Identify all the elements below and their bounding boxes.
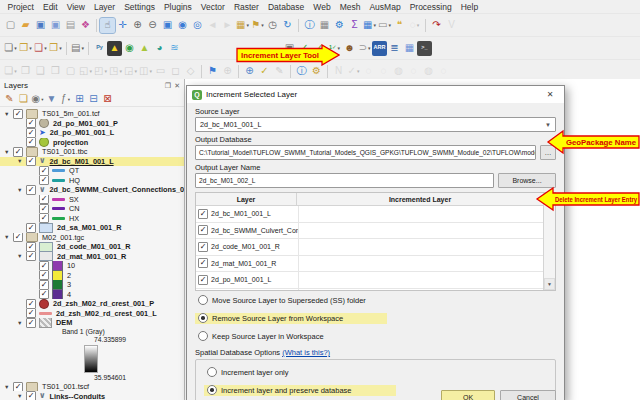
layer-visibility-checkbox[interactable]: ✓ <box>26 309 36 319</box>
menu-edit[interactable]: Edit <box>38 2 62 12</box>
layer-visibility-checkbox[interactable]: ✓ <box>39 290 49 300</box>
table-row[interactable]: ✓2d_mat_M01_001_R <box>196 256 543 273</box>
deselect-icon[interactable]: ◲▾ <box>123 64 138 79</box>
grid-icon[interactable]: ▦ <box>402 41 417 56</box>
map-tips-icon[interactable]: ❝ <box>392 18 407 33</box>
move-feature-icon[interactable]: ◻ <box>168 64 183 79</box>
labels-icon[interactable]: ⚑ <box>205 64 220 79</box>
filter-legend-icon[interactable]: ▼ <box>45 93 58 105</box>
layer-tree-item[interactable]: ✓projection <box>0 138 184 148</box>
menu-project[interactable]: Project <box>3 2 38 12</box>
statistics-icon[interactable]: Σ <box>347 18 362 33</box>
layer-tree-item[interactable]: ✓3 <box>0 280 184 290</box>
expand-arrow-icon[interactable]: ▼ <box>4 384 13 390</box>
identify-features-icon[interactable]: ❏▾ <box>3 64 18 79</box>
radio-button-icon[interactable] <box>207 385 217 395</box>
table-row[interactable]: ✓2d_po_M01_001_P <box>196 289 543 291</box>
remove-layer-icon[interactable]: ❑▾ <box>33 41 48 56</box>
zoom-full-icon[interactable]: ▣ <box>160 18 175 33</box>
radio-option[interactable]: Increment layer and preserve database <box>204 385 396 396</box>
measure-icon[interactable]: ▭▾ <box>377 18 392 33</box>
pin-labels-icon[interactable]: ✎ <box>272 64 287 79</box>
vertex-filter-icon[interactable]: V <box>444 18 459 33</box>
layer-tree-item[interactable]: ▼✓DEM <box>0 318 184 328</box>
paperclip-icon[interactable]: ⊃▾ <box>357 41 372 56</box>
menu-processing[interactable]: Processing <box>405 2 456 12</box>
expand-arrow-icon[interactable]: ▼ <box>4 234 13 240</box>
row-checkbox[interactable]: ✓ <box>198 225 208 235</box>
select-all-icon[interactable]: ▢ <box>63 64 78 79</box>
menu-mesh[interactable]: Mesh <box>335 2 365 12</box>
new-map-view-icon[interactable]: ▦▾ <box>235 18 250 33</box>
layer-visibility-checkbox[interactable]: ✓ <box>39 166 49 176</box>
layer-visibility-checkbox[interactable]: ✓ <box>26 252 36 262</box>
layer-visibility-checkbox[interactable]: ✓ <box>13 233 23 243</box>
open-table-icon[interactable]: ▭ <box>153 64 168 79</box>
radio-option[interactable]: Move Source Layer to Superseded (SS) fol… <box>195 295 369 306</box>
layer-visibility-checkbox[interactable]: ✓ <box>26 299 36 309</box>
layer-tree-item[interactable]: ▼✓M02_001.tgc <box>0 233 184 243</box>
dropdown-arrow-icon[interactable]: ▾ <box>261 22 264 28</box>
menu-raster[interactable]: Raster <box>229 2 263 12</box>
new-project-icon[interactable]: ▢ <box>3 18 18 33</box>
collapse-all-icon[interactable]: ⊟ <box>87 93 100 105</box>
select-rectangle-icon[interactable]: ❐ <box>18 64 33 79</box>
source-layer-combobox[interactable]: 2d_bc_M01_001_L ▼ <box>195 117 556 132</box>
zoom-to-layer-icon[interactable]: ◎ <box>190 18 205 33</box>
table-row[interactable]: ✓2d_bc_SWMM_Culvert_Connecti... <box>196 223 543 240</box>
dropdown-arrow-icon[interactable]: ▾ <box>44 45 47 51</box>
expand-arrow-icon[interactable]: ▼ <box>17 187 26 193</box>
dropdown-arrow-icon[interactable]: ▾ <box>338 45 341 51</box>
expand-arrow-icon[interactable]: ▼ <box>17 320 26 326</box>
layer-note-icon[interactable]: ❒▾ <box>48 41 63 56</box>
dropdown-arrow-icon[interactable]: ▾ <box>41 97 43 102</box>
console-dark-icon[interactable]: >_ <box>417 41 432 56</box>
layer-visibility-checkbox[interactable]: ✓ <box>39 280 49 290</box>
zoom-last-icon[interactable]: ◄ <box>205 18 220 33</box>
layer-visibility-checkbox[interactable]: ✓ <box>39 176 49 186</box>
dropdown-arrow-icon[interactable]: ▾ <box>134 68 137 74</box>
pan-to-selection-icon[interactable]: ✛ <box>115 18 130 33</box>
row-checkbox[interactable]: ✓ <box>198 275 208 285</box>
dropdown-arrow-icon[interactable]: ▾ <box>14 68 17 74</box>
scroll-down-icon[interactable]: ▼ <box>544 278 555 290</box>
digitize-1-icon[interactable]: ◌ <box>361 64 376 79</box>
dropdown-arrow-icon[interactable]: ▾ <box>388 22 391 28</box>
output-layer-name-input[interactable]: 2d_bc_M01_002_L <box>195 173 494 188</box>
menu-vector[interactable]: Vector <box>196 2 229 12</box>
layer-tree-item[interactable]: ✓HQ <box>0 176 184 186</box>
bookmark-icon[interactable]: ⚑▾ <box>250 18 265 33</box>
layer-tree-item[interactable]: ✓2d_sa_M01_001_R <box>0 223 184 233</box>
menu-web[interactable]: Web <box>309 2 335 12</box>
layer-visibility-checkbox[interactable]: ✓ <box>39 271 49 281</box>
compass-icon[interactable]: ◕ <box>152 41 167 56</box>
water-icon[interactable]: ≋ <box>167 41 182 56</box>
import-check-icon[interactable]: ✓ <box>297 41 312 56</box>
layer-tree-item[interactable]: ▼✓TS01_001.tbc <box>0 147 184 157</box>
increment-layer-icon[interactable]: ▣ <box>282 41 297 56</box>
row-checkbox[interactable]: ✓ <box>198 242 208 252</box>
identify-icon[interactable]: ⓘ <box>302 18 317 33</box>
dropdown-arrow-icon[interactable]: ▾ <box>29 45 32 51</box>
temporal-controller-icon[interactable]: ◷ <box>265 18 280 33</box>
digitize-5-icon[interactable]: ◍ <box>421 64 436 79</box>
remove-layer-icon[interactable]: ⊠ <box>101 93 114 105</box>
select-elements-icon[interactable]: ❒ <box>48 64 63 79</box>
digitize-4-icon[interactable]: ◌ <box>406 64 421 79</box>
expand-all-icon[interactable]: ⊞ <box>73 93 86 105</box>
layer-tree-item[interactable]: ▼✓TS01_001.tscf <box>0 382 184 392</box>
table-row[interactable]: ✓2d_code_M01_001_R <box>196 239 543 256</box>
layer-tree-item[interactable]: ▼✓TS01_5m_001.tcf <box>0 109 184 119</box>
dropdown-arrow-icon[interactable]: ▾ <box>373 22 376 28</box>
layer-tree-item[interactable]: ▼✓∨Links--Conduits <box>0 391 184 400</box>
radio-option[interactable]: Increment layer only <box>204 367 292 378</box>
layer-tree-item[interactable]: ✓SX <box>0 195 184 205</box>
terrain-icon[interactable]: ▲ <box>137 41 152 56</box>
browse-button[interactable]: Browse... <box>498 173 556 188</box>
digitize-3-icon[interactable]: ◍ <box>391 64 406 79</box>
radio-option[interactable]: Remove Source Layer from Workspace <box>195 313 387 324</box>
output-database-browse-button[interactable]: … <box>540 145 556 160</box>
close-panel-icon[interactable]: ✕ <box>174 82 180 89</box>
digitize-2-icon[interactable]: ◌ <box>376 64 391 79</box>
menu-ausmap[interactable]: AusMap <box>365 2 405 12</box>
